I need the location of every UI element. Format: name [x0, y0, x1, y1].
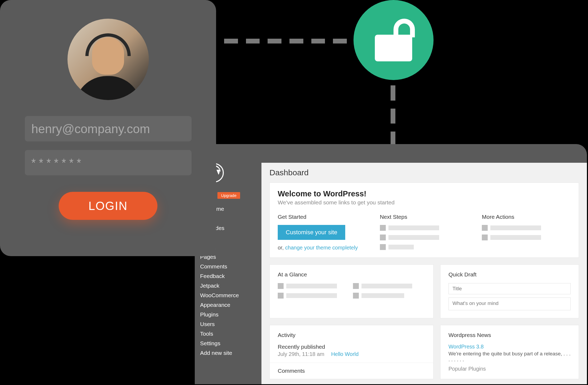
activity-panel: Activity Recently published July 29th, 1…	[269, 325, 434, 379]
get-started-column: Get Started Customise your site or, chan…	[278, 214, 367, 251]
sidebar-item-feedback[interactable]: Feedback	[200, 271, 261, 281]
news-body: We're entering the quite but busy part o…	[448, 351, 571, 363]
activity-post-link[interactable]: Hello World	[331, 351, 359, 357]
wordpress-news-panel: Wordpress News WordPress 3.8 We're enter…	[440, 325, 579, 379]
news-title: Wordpress News	[448, 332, 571, 338]
dashboard-window: Basic Upgrade My Home Stats Upgrades Pos…	[195, 144, 587, 384]
sidebar-item-jetpack[interactable]: Jetpack	[200, 281, 261, 291]
comments-section: Comments	[270, 363, 433, 379]
welcome-title: Welcome to WordPress!	[278, 189, 571, 198]
more-actions-placeholders	[482, 225, 571, 240]
avatar	[67, 19, 149, 100]
glance-placeholders-right	[353, 283, 412, 299]
draft-title-input[interactable]	[448, 283, 571, 294]
glance-placeholders-left	[278, 283, 337, 299]
at-a-glance-panel: At a Glance	[269, 264, 434, 318]
sidebar-item-comments[interactable]: Comments	[200, 262, 261, 271]
recently-published-label: Recently published	[278, 344, 425, 350]
next-steps-placeholders	[380, 225, 469, 250]
get-started-title: Get Started	[278, 214, 367, 220]
unlock-icon	[375, 19, 412, 61]
activity-title: Activity	[278, 332, 425, 338]
login-button[interactable]: LOGIN	[59, 192, 157, 220]
popular-plugins-link[interactable]: Popular Plugins	[448, 366, 571, 372]
email-input[interactable]	[25, 116, 192, 141]
sidebar-item-tools[interactable]: Tools	[200, 329, 261, 339]
sidebar-item-appearance[interactable]: Appearance	[200, 300, 261, 310]
unlock-badge	[353, 0, 434, 80]
draft-body-textarea[interactable]	[448, 297, 571, 310]
plan-upgrade-button[interactable]: Upgrade	[217, 192, 240, 199]
main-content: Dashboard Welcome to WordPress! We've as…	[261, 163, 587, 384]
quick-draft-panel: Quick Draft	[440, 264, 579, 318]
dashboard-title: Dashboard	[269, 168, 579, 177]
connector-vertical	[391, 85, 395, 147]
sidebar-item-settings[interactable]: Settings	[200, 339, 261, 348]
sidebar-item-plugins[interactable]: Plugins	[200, 310, 261, 319]
sidebar-item-add-new-site[interactable]: Add new site	[200, 348, 261, 358]
customise-site-button[interactable]: Customise your site	[278, 225, 345, 240]
change-theme-link[interactable]: change your theme completely	[285, 245, 358, 251]
sidebar-item-woocommerce[interactable]: WooCommerce	[200, 291, 261, 300]
password-input[interactable]	[25, 150, 192, 175]
sidebar-item-users[interactable]: Users	[200, 319, 261, 329]
next-steps-column: Next Steps	[380, 214, 469, 251]
connector-horizontal	[224, 39, 347, 43]
welcome-panel: Welcome to WordPress! We've assembled so…	[269, 182, 579, 258]
at-a-glance-title: At a Glance	[278, 271, 425, 278]
welcome-subtitle: We've assembled some links to get you st…	[278, 199, 571, 206]
quick-draft-title: Quick Draft	[448, 271, 571, 278]
more-actions-title: More Actions	[482, 214, 571, 220]
more-actions-column: More Actions	[482, 214, 571, 251]
or-prefix: or,	[278, 245, 285, 251]
activity-time: July 29th, 11:18 am	[278, 351, 324, 357]
login-card: LOGIN	[0, 0, 216, 256]
next-steps-title: Next Steps	[380, 214, 469, 220]
news-version-link[interactable]: WordPress 3.8	[448, 344, 571, 350]
